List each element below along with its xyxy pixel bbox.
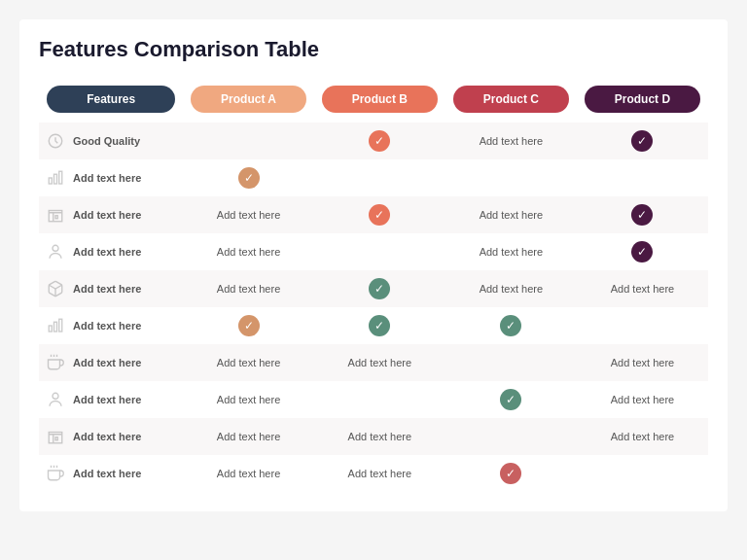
table-row: Add text here Add text here Add text her… bbox=[39, 233, 708, 270]
bar-icon bbox=[45, 167, 66, 189]
feature-cell: Good Quality bbox=[39, 122, 183, 159]
table-row: Add text here Add text here Add text her… bbox=[39, 418, 708, 455]
cell-a[interactable]: Add text here bbox=[183, 381, 313, 418]
cell-a[interactable]: Add text here bbox=[183, 344, 313, 381]
hand-icon bbox=[45, 463, 66, 484]
table-row: Add text here Add text here ✓ Add text h… bbox=[39, 381, 708, 418]
cell-b bbox=[314, 233, 445, 270]
table-row: Add text here Add text here Add text her… bbox=[39, 344, 708, 381]
cell-b bbox=[314, 159, 445, 196]
cell-text[interactable]: Add text here bbox=[348, 357, 411, 368]
check-icon: ✓ bbox=[500, 463, 521, 484]
svg-point-14 bbox=[53, 393, 58, 399]
table-row: Add text here ✓ ✓ ✓ bbox=[39, 307, 708, 344]
cell-b[interactable]: Add text here bbox=[314, 418, 445, 455]
svg-rect-10 bbox=[59, 319, 62, 332]
cell-d[interactable]: Add text here bbox=[577, 270, 708, 307]
cell-text[interactable]: Add text here bbox=[217, 431, 280, 442]
cell-text[interactable]: Add text here bbox=[217, 209, 280, 221]
cell-d bbox=[577, 307, 708, 344]
feature-label[interactable]: Add text here bbox=[73, 431, 141, 442]
feature-cell: Add text here bbox=[39, 455, 183, 492]
check-icon: ✓ bbox=[631, 130, 653, 152]
building-icon bbox=[45, 426, 66, 447]
feature-label[interactable]: Add text here bbox=[73, 468, 141, 479]
cell-d[interactable]: Add text here bbox=[577, 381, 708, 418]
cell-c[interactable]: Add text here bbox=[445, 196, 577, 233]
cell-c[interactable]: Add text here bbox=[445, 233, 577, 270]
cell-text[interactable]: Add text here bbox=[217, 357, 280, 368]
cell-c[interactable]: Add text here bbox=[445, 122, 577, 159]
cell-text[interactable]: Add text here bbox=[480, 283, 543, 295]
cell-text[interactable]: Add text here bbox=[480, 246, 543, 258]
cell-d: ✓ bbox=[577, 196, 708, 233]
table-row: Add text here Add text here ✓ Add text h… bbox=[39, 270, 708, 307]
feature-label[interactable]: Add text here bbox=[73, 394, 141, 405]
table-row: Add text here Add text here ✓ Add text h… bbox=[39, 196, 708, 233]
svg-point-6 bbox=[53, 245, 58, 251]
check-icon: ✓ bbox=[369, 278, 390, 299]
cell-b: ✓ bbox=[314, 196, 445, 233]
cell-text[interactable]: Add text here bbox=[217, 468, 280, 479]
cell-d[interactable]: Add text here bbox=[577, 418, 708, 455]
cell-c[interactable]: Add text here bbox=[445, 270, 577, 307]
cell-b bbox=[314, 381, 445, 418]
cell-c bbox=[445, 344, 577, 381]
cell-d[interactable]: Add text here bbox=[577, 344, 708, 381]
cell-b: ✓ bbox=[314, 122, 445, 159]
cell-text[interactable]: Add text here bbox=[348, 431, 411, 442]
feature-label[interactable]: Add text here bbox=[73, 357, 141, 368]
cell-text[interactable]: Add text here bbox=[611, 283, 674, 295]
cell-a[interactable]: Add text here bbox=[183, 270, 313, 307]
cell-text[interactable]: Add text here bbox=[611, 357, 674, 368]
table-row: Add text here ✓ bbox=[39, 159, 708, 196]
svg-rect-5 bbox=[55, 216, 57, 219]
feature-label[interactable]: Add text here bbox=[73, 209, 141, 221]
clock-icon bbox=[45, 130, 66, 152]
feature-cell: Add text here bbox=[39, 233, 183, 270]
svg-rect-3 bbox=[59, 171, 62, 184]
cell-a[interactable]: Add text here bbox=[183, 196, 313, 233]
cell-b[interactable]: Add text here bbox=[314, 344, 445, 381]
cell-a[interactable]: Add text here bbox=[183, 455, 313, 492]
check-icon: ✓ bbox=[631, 204, 653, 226]
cell-text[interactable]: Add text here bbox=[480, 135, 543, 147]
feature-cell: Add text here bbox=[39, 418, 183, 455]
feature-label[interactable]: Add text here bbox=[73, 172, 141, 184]
cell-text[interactable]: Add text here bbox=[348, 468, 411, 479]
cell-text[interactable]: Add text here bbox=[217, 246, 280, 258]
cell-b[interactable]: Add text here bbox=[314, 455, 445, 492]
svg-rect-1 bbox=[49, 178, 52, 184]
cell-text[interactable]: Add text here bbox=[611, 431, 674, 442]
cell-d bbox=[577, 159, 708, 196]
svg-rect-8 bbox=[49, 326, 52, 332]
page-title: Features Comparison Table bbox=[39, 37, 708, 62]
feature-label[interactable]: Add text here bbox=[73, 320, 141, 332]
cell-text[interactable]: Add text here bbox=[611, 394, 674, 405]
cell-c: ✓ bbox=[445, 307, 577, 344]
check-icon: ✓ bbox=[500, 315, 521, 336]
feature-cell: Add text here bbox=[39, 270, 183, 307]
check-icon: ✓ bbox=[500, 389, 521, 410]
check-icon: ✓ bbox=[369, 315, 390, 336]
feature-cell: Add text here bbox=[39, 159, 183, 196]
cell-c: ✓ bbox=[445, 455, 577, 492]
col-header-features: Features bbox=[39, 76, 183, 122]
cell-d bbox=[577, 455, 708, 492]
check-icon: ✓ bbox=[631, 241, 653, 262]
feature-label[interactable]: Good Quality bbox=[73, 135, 140, 147]
cell-text[interactable]: Add text here bbox=[217, 283, 280, 295]
cell-c: ✓ bbox=[445, 381, 577, 418]
feature-label[interactable]: Add text here bbox=[73, 283, 141, 295]
cell-text[interactable]: Add text here bbox=[480, 209, 543, 221]
person-icon bbox=[45, 241, 66, 262]
cell-text[interactable]: Add text here bbox=[217, 394, 280, 405]
cell-a[interactable]: Add text here bbox=[183, 418, 313, 455]
cell-a[interactable]: Add text here bbox=[183, 233, 313, 270]
svg-rect-16 bbox=[55, 438, 57, 440]
feature-label[interactable]: Add text here bbox=[73, 246, 141, 258]
svg-rect-2 bbox=[54, 174, 57, 184]
main-container: Features Comparison Table Features Produ… bbox=[19, 19, 728, 511]
hand-icon bbox=[45, 352, 66, 373]
col-header-a: Product A bbox=[183, 76, 313, 122]
